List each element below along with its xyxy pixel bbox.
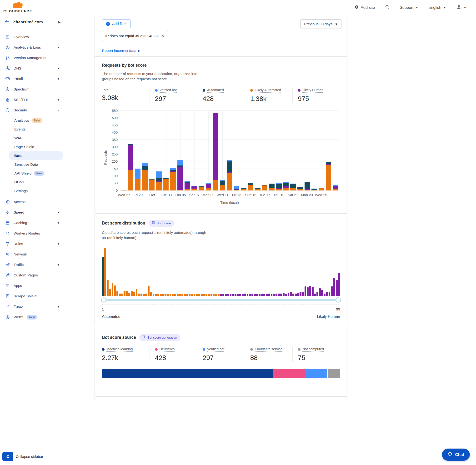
sidebar-item-custom-pages[interactable]: Custom Pages — [0, 270, 64, 280]
stat-label[interactable]: Automated — [207, 88, 224, 93]
sidebar-item-analytics-logs[interactable]: Analytics & Logs▼ — [0, 42, 64, 53]
stat-label[interactable]: Likely Automated — [255, 88, 281, 93]
score-range-slider[interactable] — [102, 297, 340, 303]
stat-label[interactable]: Heuristics — [159, 347, 175, 352]
x-tick-label: Thu 05 — [175, 193, 186, 197]
sidebar-item-ssl-tls[interactable]: SSL/TLS▼ — [0, 95, 64, 105]
cloudflare-logo[interactable]: CLOUDFLARE — [4, 2, 32, 13]
sidebar-item-security[interactable]: Security▲ — [0, 105, 64, 116]
language-menu[interactable]: English▼ — [428, 5, 446, 10]
sidebar-item-workers-routes[interactable]: Workers Routes — [0, 228, 64, 239]
sidebar-subitem-events[interactable]: Events — [0, 125, 64, 134]
sidebar-item-overview[interactable]: Overview — [0, 32, 64, 42]
sidebar-subitem-label: Events — [14, 127, 25, 131]
sidebar-item-network[interactable]: Network — [0, 249, 64, 260]
sidebar-item-dns[interactable]: DNS▼ — [0, 63, 64, 74]
collapse-sidebar-button[interactable]: Collapse sidebar — [16, 454, 43, 459]
bot-score-doc-badge[interactable]: Bot Score — [148, 220, 174, 227]
stat-label[interactable]: Cloudflare service — [255, 347, 282, 352]
stat-label[interactable]: Machine learning — [106, 347, 133, 352]
sidebar-item-label: Scrape Shield — [14, 294, 60, 298]
account-menu[interactable]: ▼ — [456, 4, 466, 11]
add-site-button[interactable]: Add site — [354, 5, 375, 10]
source-segment-cloudflare-service — [328, 369, 334, 378]
hist-bar-score-25 — [160, 294, 162, 296]
new-badge: New — [27, 315, 37, 319]
sidebar-subitem-waf[interactable]: WAF — [0, 134, 64, 142]
bar-segment-verified-bot — [156, 171, 162, 178]
slider-min-caption: Automated — [102, 315, 120, 319]
hist-bar-score-43 — [203, 294, 205, 296]
sidebar-item-email[interactable]: Email▼ — [0, 74, 64, 84]
requests-stat-likely-automated: Likely Automated1.38k — [245, 88, 292, 103]
report-incorrect-data-link[interactable]: Report incorrect data ▶ — [102, 49, 140, 53]
chevron-down-icon: ▼ — [415, 6, 418, 9]
site-name: cftestsite3.com — [13, 20, 54, 24]
chat-button[interactable]: Chat — [442, 449, 470, 461]
sidebar-item-zaraz[interactable]: Zaraz▼ — [0, 301, 64, 312]
bar-segment-likely-automated — [128, 170, 134, 190]
hist-bar-score-6 — [114, 285, 116, 296]
sidebar-item-version-management[interactable]: Version Management — [0, 53, 64, 63]
hist-bar-score-23 — [155, 294, 157, 296]
stat-value: 2.27k — [102, 354, 149, 362]
stat-label[interactable]: Not computed — [302, 347, 324, 352]
back-arrow-icon[interactable] — [4, 19, 10, 25]
sidebar-subitem-page-shield[interactable]: Page Shield — [0, 142, 64, 151]
y-tick-label: 550 — [112, 109, 118, 113]
hist-bar-score-2 — [104, 248, 106, 296]
filter-chip[interactable]: IP does not equal 35.212.240.32 ✕ — [102, 31, 168, 41]
stat-label: Total — [102, 88, 109, 92]
bar-thu-19 — [276, 111, 282, 190]
bot-score-generation-doc-badge[interactable]: Bot score generation — [139, 334, 180, 341]
stat-value: 297 — [155, 95, 197, 103]
bar-segment-likely-automated — [283, 188, 289, 190]
slider-max-label: 99 — [336, 307, 340, 311]
hist-bar-score-63 — [252, 294, 253, 296]
hist-bar-score-68 — [263, 294, 265, 296]
sidebar-item-caching[interactable]: Caching▼ — [0, 218, 64, 228]
sidebar-item-access[interactable]: Access — [0, 197, 64, 207]
search-button[interactable] — [385, 5, 390, 10]
stat-label[interactable]: Verified bot — [159, 88, 177, 93]
stat-value: 3.08k — [102, 94, 149, 102]
date-range-select[interactable]: Previous 30 days ▼ — [300, 19, 341, 29]
slider-handle-min[interactable] — [101, 297, 106, 302]
sidebar-subitem-ddos[interactable]: DDoS — [0, 178, 64, 186]
chevron-down-icon: ▼ — [57, 67, 60, 70]
support-menu[interactable]: Support▼ — [400, 5, 418, 10]
x-tick-label: Tue 03 — [161, 193, 172, 197]
hist-bar-score-88 — [312, 287, 314, 296]
slider-max-caption: Likely Human — [317, 315, 340, 319]
slider-handle-max[interactable] — [336, 297, 341, 302]
bar-segment-likely-human — [185, 183, 190, 189]
sidebar-item-traffic[interactable]: Traffic▼ — [0, 260, 64, 270]
settings-fab-button[interactable]: ⚙ — [2, 452, 13, 461]
sidebar-subitem-settings[interactable]: Settings — [0, 186, 64, 195]
close-icon[interactable]: ✕ — [161, 33, 165, 39]
add-filter-button[interactable]: + Add filter — [102, 19, 131, 28]
sidebar-item-apps[interactable]: Apps — [0, 280, 64, 291]
distribution-card: Bot score distribution Bot Score Cloudfl… — [95, 213, 348, 326]
stat-label[interactable]: Verified bot — [207, 347, 224, 352]
sidebar-item-label: Analytics & Logs — [14, 45, 53, 50]
slider-track[interactable] — [102, 299, 339, 301]
chevron-right-icon[interactable]: ▶ — [58, 20, 61, 24]
stat-label[interactable]: Likely Human — [302, 88, 323, 93]
bar-wed-25 — [319, 111, 324, 190]
bar-segment-likely-automated — [199, 187, 204, 190]
sidebar-item-speed[interactable]: Speed▼ — [0, 207, 64, 218]
sidebar-subitem-label: DDoS — [14, 180, 24, 184]
y-tick-label: 450 — [112, 123, 118, 127]
sidebar-item-spectrum[interactable]: Spectrum — [0, 84, 64, 95]
sidebar-item-web3[interactable]: Web3New — [0, 312, 64, 322]
sidebar-subitem-bots[interactable]: Bots — [9, 151, 63, 160]
site-switcher[interactable]: cftestsite3.com ▶ — [0, 15, 64, 29]
sidebar-item-rules[interactable]: Rules▼ — [0, 239, 64, 249]
sidebar-subitem-sensitive-data[interactable]: Sensitive Data — [0, 160, 64, 169]
hist-bar-score-44 — [205, 294, 207, 296]
sidebar-subitem-api-shield[interactable]: API ShieldNew — [0, 169, 64, 178]
sidebar-item-scrape-shield[interactable]: Scrape Shield — [0, 291, 64, 301]
sidebar-subitem-analytics[interactable]: AnalyticsBeta — [0, 116, 64, 125]
x-tick-label: Thu 19 — [273, 193, 284, 197]
